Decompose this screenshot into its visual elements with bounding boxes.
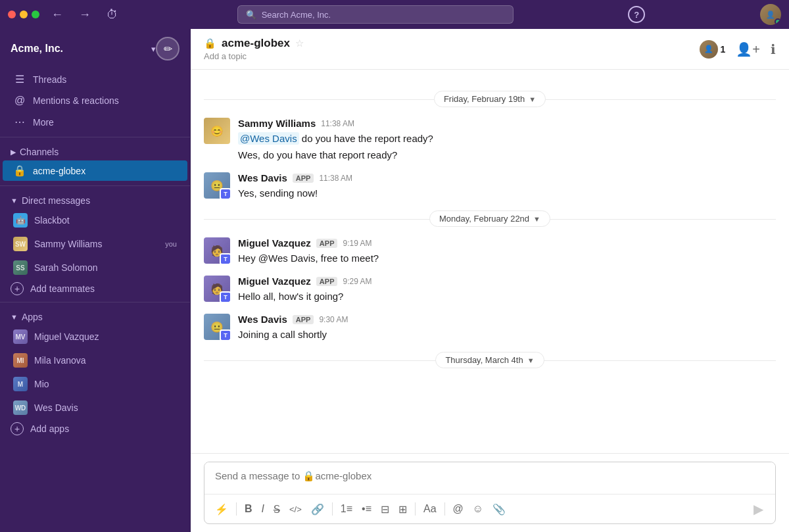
search-icon: 🔍: [246, 10, 256, 20]
mentions-icon: @: [13, 95, 26, 107]
text-size-button[interactable]: Aa: [419, 500, 441, 518]
apps-section-header[interactable]: ▼ Apps: [0, 306, 190, 325]
message-text-2: Wes, do you have that report ready?: [238, 148, 776, 162]
sidebar-item-mio[interactable]: M Mio: [3, 373, 187, 395]
message-group-2: 😐 T Wes Davis APP 11:38 AM Yes, sending …: [204, 172, 776, 200]
date-badge-2[interactable]: Monday, February 22nd ▼: [429, 210, 550, 227]
message-time-2: 11:38 AM: [319, 174, 352, 183]
ordered-list-button[interactable]: 1≡: [337, 500, 356, 518]
channel-name: acme-globex: [222, 37, 290, 50]
code-icon: </>: [289, 504, 302, 514]
workspace-name: Acme, Inc.: [11, 43, 151, 55]
teams-icon: T: [224, 191, 227, 197]
sidebar-item-mentions[interactable]: @ Mentions & reactions: [3, 91, 187, 110]
sidebar-item-label: Sammy Williams: [34, 239, 156, 249]
date-label-3: Thursday, March 4th: [445, 355, 523, 365]
fullscreen-window-btn[interactable]: [32, 11, 39, 18]
app-badge-overlay-4: T: [220, 329, 230, 340]
teams-icon-3: T: [221, 293, 230, 302]
app-badge-overlay-2: T: [220, 253, 230, 264]
sidebar-item-acme-globex[interactable]: 🔒 acme-globex: [3, 160, 187, 181]
italic-button[interactable]: I: [258, 500, 268, 518]
dm-section-label: Direct messages: [22, 195, 90, 206]
add-member-button[interactable]: 👤+: [736, 41, 760, 57]
sidebar-item-label: More: [33, 117, 177, 128]
message-header: Sammy Williams 11:38 AM: [238, 118, 776, 129]
channels-section-header[interactable]: ▶ Channels: [0, 141, 190, 160]
add-apps-button[interactable]: + Add apps: [0, 420, 190, 438]
back-button[interactable]: ←: [47, 5, 67, 24]
more-icon: ⋯: [13, 116, 26, 128]
channels-chevron-icon: ▶: [11, 148, 16, 157]
sidebar-item-threads[interactable]: ☰ Threads: [3, 69, 187, 89]
message-time-5: 9:30 AM: [319, 315, 348, 324]
channel-header-actions: 👤 1 👤+ ℹ: [700, 40, 776, 59]
sidebar-item-sammy-williams[interactable]: SW Sammy Williams you: [3, 233, 187, 255]
table-button[interactable]: ⊞: [394, 500, 411, 518]
wes-message-avatar-2: 😐 T: [204, 314, 230, 340]
sidebar-item-miguel-vazquez[interactable]: MV Miguel Vazquez: [3, 326, 187, 348]
close-window-btn[interactable]: [8, 11, 16, 18]
slackbot-avatar: 🤖: [13, 213, 28, 228]
toolbar-divider-3: [415, 502, 416, 516]
sidebar-item-mila-ivanova[interactable]: MI Mila Ivanova: [3, 349, 187, 372]
compose-button[interactable]: ✏: [156, 37, 179, 60]
bullet-list-icon: •≡: [362, 503, 371, 515]
user-avatar[interactable]: 👤: [760, 4, 781, 25]
bold-button[interactable]: B: [241, 500, 256, 518]
help-button[interactable]: ?: [628, 6, 645, 23]
add-topic-button[interactable]: Add a topic: [204, 51, 700, 61]
message-toolbar: ⚡ B I S̶ </> 🔗: [204, 494, 775, 523]
message-content-2: Wes Davis APP 11:38 AM Yes, sending now!: [238, 172, 776, 200]
attach-button[interactable]: 📎: [489, 500, 510, 518]
workspace-header[interactable]: Acme, Inc. ▾ ✏: [0, 29, 190, 68]
send-button[interactable]: ▶: [748, 498, 769, 520]
sidebar-item-wes-davis[interactable]: WD Wes Davis: [3, 397, 187, 419]
star-channel-icon[interactable]: ☆: [295, 37, 304, 49]
forward-button[interactable]: →: [75, 5, 95, 24]
add-apps-circle-icon: +: [11, 422, 24, 435]
add-teammates-button[interactable]: + Add teammates: [0, 279, 190, 298]
app-badge-overlay-3: T: [220, 291, 230, 302]
lightning-icon: ⚡: [215, 503, 228, 516]
sidebar-item-more[interactable]: ⋯ More: [3, 112, 187, 132]
minimize-window-btn[interactable]: [20, 11, 28, 18]
date-label: Friday, February 19th: [444, 94, 525, 104]
date-chevron-icon-2: ▼: [533, 215, 540, 223]
direct-messages-section-header[interactable]: ▼ Direct messages: [0, 190, 190, 208]
code-button[interactable]: </>: [285, 502, 306, 517]
message-text: @Wes Davis do you have the report ready?: [238, 132, 776, 145]
lightning-bolt-button[interactable]: ⚡: [211, 500, 232, 518]
history-button[interactable]: ⏱: [103, 5, 122, 24]
messages-area[interactable]: Friday, February 19th ▼ 😊 Sammy Williams…: [191, 70, 789, 453]
sidebar-item-label: Mila Ivanova: [34, 355, 177, 366]
message-content-5: Wes Davis APP 9:30 AM Joining a call sho…: [238, 314, 776, 341]
member-avatar: 👤: [700, 40, 718, 59]
search-bar[interactable]: 🔍 Search Acme, Inc.: [237, 5, 514, 24]
sidebar-item-slackbot[interactable]: 🤖 Slackbot: [3, 209, 187, 231]
bullet-list-button[interactable]: •≡: [358, 500, 375, 518]
strikethrough-button[interactable]: S̶: [270, 500, 284, 518]
member-count: 1: [721, 44, 726, 55]
mention-button[interactable]: @: [449, 500, 467, 518]
member-avatars[interactable]: 👤 1: [700, 40, 726, 59]
workspace-chevron-icon: ▾: [151, 44, 156, 54]
app-badge-4: APP: [293, 315, 314, 324]
message-input[interactable]: [204, 462, 775, 491]
date-badge-3[interactable]: Thursday, March 4th ▼: [435, 352, 544, 368]
add-circle-icon: +: [11, 282, 24, 295]
emoji-button[interactable]: ☺: [469, 500, 487, 518]
miguel-app-avatar: MV: [13, 329, 28, 344]
main-layout: Acme, Inc. ▾ ✏ ☰ Threads @ Mentions & re…: [0, 29, 789, 532]
sidebar-item-label: Sarah Solomon: [34, 262, 177, 273]
message-author-4: Miguel Vazquez: [238, 276, 311, 287]
sidebar-item-sarah-solomon[interactable]: SS Sarah Solomon: [3, 256, 187, 279]
indent-button[interactable]: ⊟: [377, 500, 393, 518]
date-badge[interactable]: Friday, February 19th ▼: [434, 91, 546, 107]
message-text-3: Yes, sending now!: [238, 186, 776, 200]
text-size-icon: Aa: [423, 503, 437, 515]
date-chevron-icon: ▼: [529, 95, 536, 103]
dm-chevron-icon: ▼: [11, 197, 18, 205]
link-button[interactable]: 🔗: [307, 500, 328, 518]
channel-info-button[interactable]: ℹ: [771, 41, 776, 57]
